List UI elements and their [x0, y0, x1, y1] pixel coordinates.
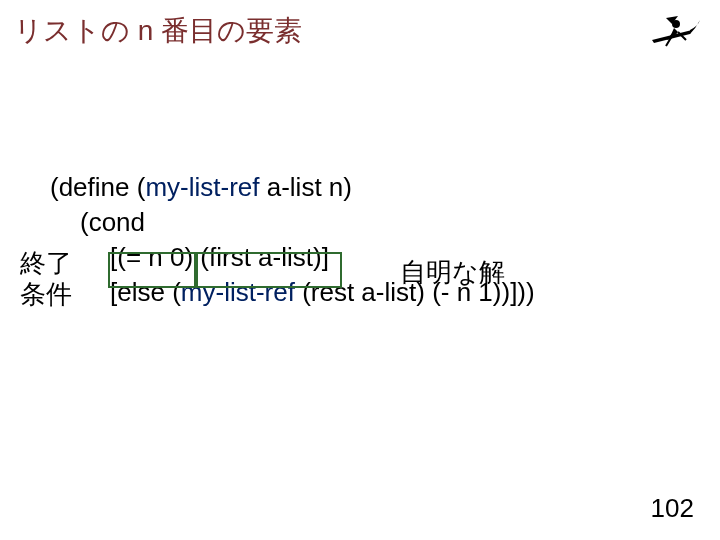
- code-line-1: (define (my-list-ref a-list n): [50, 170, 700, 205]
- slide-title: リストの n 番目の要素: [14, 12, 302, 50]
- page-number: 102: [651, 493, 694, 524]
- code-line-2: (cond: [80, 205, 700, 240]
- witch-icon: [642, 10, 702, 60]
- fn-name: my-list-ref: [145, 172, 259, 202]
- annotation-termination-condition: 終了 条件: [20, 248, 72, 310]
- fn-name-recursive: my-list-ref: [181, 277, 295, 307]
- annotation-trivial-solution: 自明な解: [400, 255, 505, 290]
- code-block: (define (my-list-ref a-list n) (cond [(=…: [20, 170, 700, 310]
